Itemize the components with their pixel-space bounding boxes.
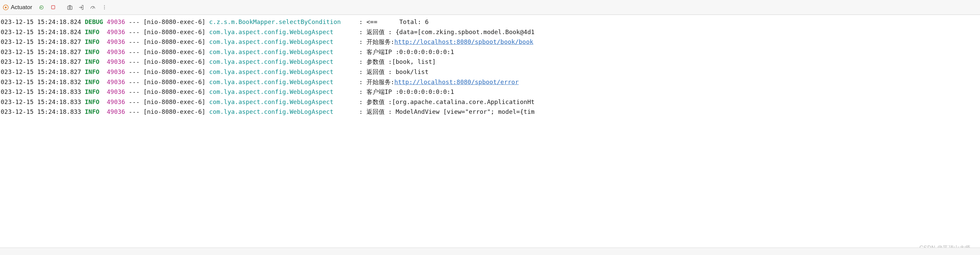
log-line: 023-12-15 15:24:18.824 INFO 49036 --- [n…: [1, 27, 980, 37]
log-timestamp: 023-12-15 15:24:18.827: [1, 68, 85, 75]
log-pid: 49036: [107, 68, 125, 75]
log-thread: [nio-8080-exec-6]: [143, 108, 205, 115]
log-level: INFO: [85, 38, 103, 45]
log-message: : 开始服务:: [359, 78, 395, 86]
log-level: INFO: [85, 98, 103, 105]
svg-rect-3: [68, 6, 73, 10]
log-timestamp: 023-12-15 15:24:18.833: [1, 98, 85, 105]
log-thread: [nio-8080-exec-6]: [143, 29, 205, 35]
log-message: : 参数值 :[org.apache.catalina.core.Applica…: [359, 98, 535, 105]
actuator-label[interactable]: Actuator: [3, 4, 32, 11]
log-message: : 开始服务:: [359, 38, 395, 45]
log-pid: 49036: [107, 98, 125, 105]
log-level: INFO: [85, 78, 103, 86]
console-log[interactable]: 023-12-15 15:24:18.824 DEBUG 49036 --- […: [0, 15, 980, 117]
log-message: : 返回值 : book/list: [359, 68, 429, 75]
rerun-button[interactable]: [37, 3, 46, 12]
toolbar: Actuator: [0, 0, 980, 15]
svg-point-4: [69, 7, 71, 8]
log-line: 023-12-15 15:24:18.827 INFO 49036 --- [n…: [1, 37, 980, 47]
log-thread: [nio-8080-exec-6]: [143, 58, 205, 65]
log-line: 023-12-15 15:24:18.827 INFO 49036 --- [n…: [1, 67, 980, 77]
svg-point-7: [104, 5, 105, 6]
svg-point-1: [5, 6, 6, 8]
log-pid: 49036: [107, 29, 125, 35]
log-logger: com.lya.aspect.config.WebLogAspect: [209, 48, 355, 56]
log-message: : <== Total: 6: [359, 18, 429, 26]
log-logger: com.lya.aspect.config.WebLogAspect: [209, 98, 355, 105]
svg-rect-2: [51, 6, 55, 9]
log-message: : 参数值 :[book, list]: [359, 58, 436, 65]
log-level: INFO: [85, 48, 103, 56]
log-logger: com.lya.aspect.config.WebLogAspect: [209, 78, 355, 86]
log-timestamp: 023-12-15 15:24:18.832: [1, 78, 85, 86]
log-logger: com.lya.aspect.config.WebLogAspect: [209, 88, 355, 95]
log-line: 023-12-15 15:24:18.833 INFO 49036 --- [n…: [1, 107, 980, 117]
log-line: 023-12-15 15:24:18.833 INFO 49036 --- [n…: [1, 87, 980, 97]
log-pid: 49036: [107, 38, 125, 45]
log-message: : 客户端IP :0:0:0:0:0:0:0:1: [359, 48, 454, 56]
log-pid: 49036: [107, 108, 125, 115]
more-button[interactable]: [100, 3, 109, 12]
log-link[interactable]: http://localhost:8080/spboot/error: [395, 78, 519, 86]
log-link[interactable]: http://localhost:8080/spboot/book/book: [395, 38, 533, 45]
log-thread: [nio-8080-exec-6]: [143, 98, 205, 105]
svg-point-6: [92, 8, 93, 9]
exit-button[interactable]: [76, 3, 86, 12]
profiler-button[interactable]: [88, 3, 97, 12]
status-bar: [0, 247, 980, 255]
log-line: 023-12-15 15:24:18.824 DEBUG 49036 --- […: [1, 17, 980, 27]
log-pid: 49036: [107, 78, 125, 86]
log-pid: 49036: [107, 58, 125, 65]
log-timestamp: 023-12-15 15:24:18.824: [1, 29, 85, 35]
log-level: INFO: [85, 68, 103, 75]
log-line: 023-12-15 15:24:18.832 INFO 49036 --- [n…: [1, 77, 980, 87]
log-timestamp: 023-12-15 15:24:18.833: [1, 88, 85, 95]
log-thread: [nio-8080-exec-6]: [143, 78, 205, 86]
log-message: : 客户端IP :0:0:0:0:0:0:0:1: [359, 88, 454, 95]
log-timestamp: 023-12-15 15:24:18.833: [1, 108, 85, 115]
log-thread: [nio-8080-exec-6]: [143, 18, 205, 26]
log-thread: [nio-8080-exec-6]: [143, 48, 205, 56]
log-logger: com.lya.aspect.config.WebLogAspect: [209, 58, 355, 65]
log-pid: 49036: [107, 48, 125, 56]
log-level: INFO: [85, 108, 103, 115]
log-pid: 49036: [107, 88, 125, 95]
spring-icon: [3, 5, 9, 11]
log-logger: com.lya.aspect.config.WebLogAspect: [209, 29, 355, 35]
log-level: INFO: [85, 29, 103, 35]
log-message: : 返回值 : {data=[com.zking.spboot.model.Bo…: [359, 29, 535, 35]
actuator-title: Actuator: [11, 4, 32, 11]
log-thread: [nio-8080-exec-6]: [143, 88, 205, 95]
log-level: INFO: [85, 58, 103, 65]
log-timestamp: 023-12-15 15:24:18.827: [1, 38, 85, 45]
log-timestamp: 023-12-15 15:24:18.827: [1, 48, 85, 56]
log-level: INFO: [85, 88, 103, 95]
svg-point-9: [104, 8, 105, 9]
log-logger: com.lya.aspect.config.WebLogAspect: [209, 108, 355, 115]
stop-button[interactable]: [48, 3, 58, 12]
log-timestamp: 023-12-15 15:24:18.827: [1, 58, 85, 65]
screenshot-button[interactable]: [65, 3, 75, 12]
log-level: DEBUG: [85, 18, 103, 26]
log-line: 023-12-15 15:24:18.827 INFO 49036 --- [n…: [1, 47, 980, 57]
log-line: 023-12-15 15:24:18.833 INFO 49036 --- [n…: [1, 97, 980, 107]
log-logger: com.lya.aspect.config.WebLogAspect: [209, 38, 355, 45]
log-timestamp: 023-12-15 15:24:18.824: [1, 18, 85, 26]
log-logger: com.lya.aspect.config.WebLogAspect: [209, 68, 355, 75]
log-thread: [nio-8080-exec-6]: [143, 38, 205, 45]
log-thread: [nio-8080-exec-6]: [143, 68, 205, 75]
log-line: 023-12-15 15:24:18.827 INFO 49036 --- [n…: [1, 57, 980, 67]
log-logger: c.z.s.m.BookMapper.selectByCondition: [209, 18, 355, 26]
log-message: : 返回值 : ModelAndView [view="error"; mode…: [359, 108, 535, 115]
svg-point-8: [104, 7, 105, 8]
log-pid: 49036: [107, 18, 125, 26]
